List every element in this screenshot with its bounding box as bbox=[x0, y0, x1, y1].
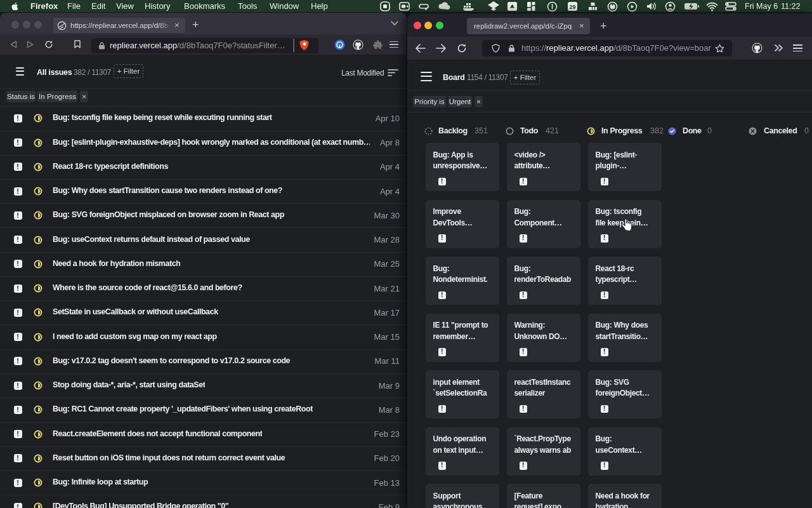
svg-text:29: 29 bbox=[569, 4, 575, 10]
